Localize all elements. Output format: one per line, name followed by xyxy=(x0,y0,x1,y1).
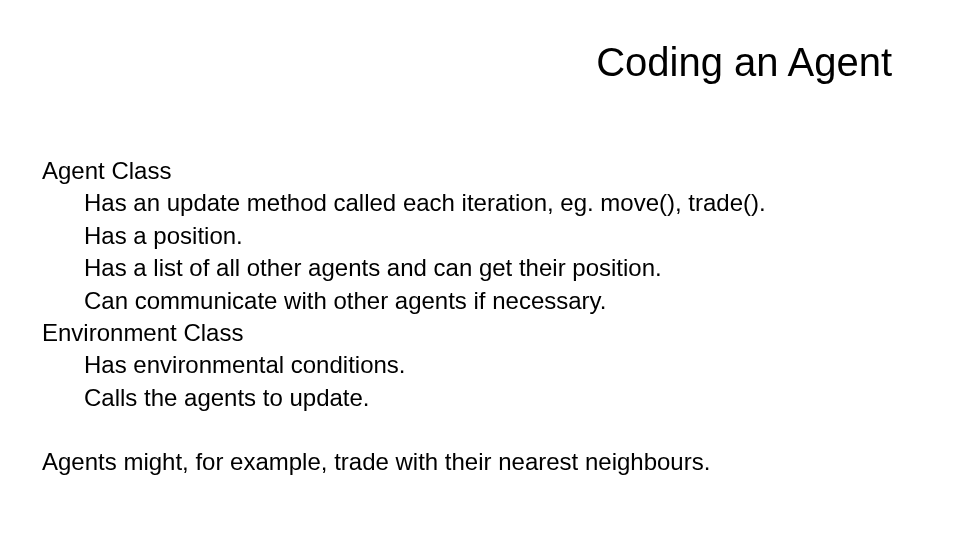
footer-text: Agents might, for example, trade with th… xyxy=(42,446,910,478)
slide-body: Agent Class Has an update method called … xyxy=(42,155,910,479)
environment-class-heading: Environment Class xyxy=(42,317,910,349)
agent-class-item: Has a position. xyxy=(42,220,910,252)
agent-class-item: Has an update method called each iterati… xyxy=(42,187,910,219)
environment-class-item: Has environmental conditions. xyxy=(42,349,910,381)
agent-class-item: Has a list of all other agents and can g… xyxy=(42,252,910,284)
spacer xyxy=(42,414,910,446)
slide: Coding an Agent Agent Class Has an updat… xyxy=(0,0,960,540)
agent-class-heading: Agent Class xyxy=(42,155,910,187)
agent-class-item: Can communicate with other agents if nec… xyxy=(42,285,910,317)
slide-title: Coding an Agent xyxy=(596,40,892,85)
environment-class-item: Calls the agents to update. xyxy=(42,382,910,414)
